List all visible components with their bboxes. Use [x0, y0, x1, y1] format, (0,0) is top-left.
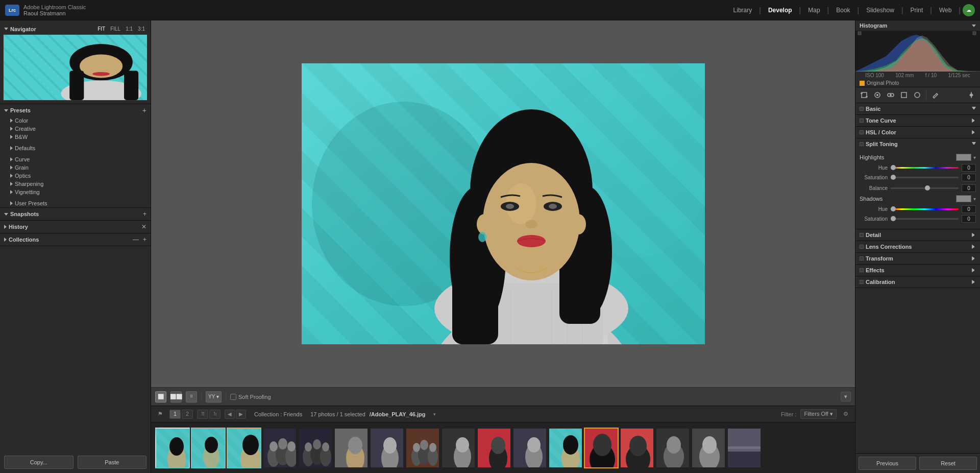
collections-add-button[interactable]: + — [143, 236, 146, 243]
shadows-hue-slider[interactable] — [891, 208, 959, 210]
highlights-hue-thumb[interactable] — [891, 165, 896, 170]
transform-header[interactable]: Transform — [855, 253, 980, 264]
highlights-sat-input[interactable] — [962, 174, 976, 181]
highlights-sat-slider[interactable] — [891, 177, 959, 178]
histogram-header[interactable]: Histogram — [855, 20, 980, 31]
filmstrip-thumb-4[interactable] — [262, 428, 297, 468]
preset-group-color[interactable]: Color — [0, 116, 151, 125]
zoom-3-1-btn[interactable]: 3:1 — [136, 26, 146, 32]
effects-header[interactable]: Effects — [855, 265, 980, 276]
balance-input[interactable] — [962, 184, 976, 192]
shadows-sat-thumb[interactable] — [891, 216, 896, 221]
shadows-dropdown[interactable]: ▾ — [973, 196, 976, 202]
filmstrip-thumb-8[interactable] — [405, 428, 440, 468]
filmstrip-thumb-14[interactable] — [620, 428, 654, 468]
calibration-header[interactable]: Calibration — [855, 276, 980, 288]
preset-group-creative[interactable]: Creative — [0, 125, 151, 133]
preset-group-bw[interactable]: B&W — [0, 133, 151, 141]
toolbar-yy-btn[interactable]: YY ▾ — [206, 391, 222, 403]
split-toning-enable-toggle[interactable] — [860, 142, 864, 146]
survey-view-btn[interactable]: ⠿ — [186, 391, 197, 403]
shadows-hue-input[interactable] — [962, 205, 976, 213]
nav-map[interactable]: Map — [803, 5, 825, 16]
next-photo-btn[interactable]: ▶ — [236, 410, 246, 419]
preset-group-defaults[interactable]: Defaults — [0, 144, 151, 152]
filmstrip-thumb-11[interactable] — [512, 428, 547, 468]
adjustment-brush-tool[interactable] — [929, 89, 941, 101]
preset-group-curve[interactable]: Curve — [0, 155, 151, 163]
paste-button[interactable]: Paste — [78, 456, 147, 469]
filmstrip-thumb-2[interactable] — [191, 428, 226, 468]
filmstrip-thumb-5[interactable] — [298, 428, 333, 468]
preset-group-optics[interactable]: Optics — [0, 172, 151, 180]
prev-photo-btn[interactable]: ◀ — [225, 410, 235, 419]
nav-print[interactable]: Print — [905, 5, 928, 16]
previous-button[interactable]: Previous — [859, 457, 916, 470]
highlights-color-picker[interactable] — [956, 154, 971, 161]
nav-develop[interactable]: Develop — [763, 5, 797, 16]
hsl-header[interactable]: HSL / Color — [855, 127, 980, 138]
highlights-dropdown[interactable]: ▾ — [973, 155, 976, 160]
radial-filter-tool[interactable] — [912, 89, 923, 101]
history-clear-button[interactable]: ✕ — [141, 223, 146, 230]
presets-header[interactable]: Presets + — [0, 104, 151, 116]
balance-slider[interactable] — [891, 187, 959, 189]
snapshots-add-button[interactable]: + — [143, 210, 146, 218]
preset-group-user[interactable]: User Presets — [0, 199, 151, 207]
zoom-fill-btn[interactable]: FILL — [109, 26, 122, 32]
highlights-sat-thumb[interactable] — [891, 175, 896, 180]
preset-group-vignetting[interactable]: Vignetting — [0, 188, 151, 196]
reset-button[interactable]: Reset — [919, 457, 977, 470]
calibration-enable-toggle[interactable] — [860, 280, 864, 284]
filmstrip-thumb-3[interactable] — [227, 428, 261, 468]
snapshots-header[interactable]: Snapshots + — [0, 208, 151, 220]
highlights-hue-input[interactable] — [962, 164, 976, 172]
nav-web[interactable]: Web — [934, 5, 957, 16]
shadows-hue-thumb[interactable] — [891, 206, 896, 211]
filter-dropdown[interactable]: Filters Off ▾ — [800, 409, 837, 419]
filmstrip-thumb-7[interactable] — [370, 428, 404, 468]
grid-size2-btn[interactable]: ⠷ — [209, 410, 220, 419]
detail-enable-toggle[interactable] — [860, 233, 864, 237]
copy-button[interactable]: Copy... — [4, 456, 74, 469]
collections-header[interactable]: Collections — + — [0, 233, 151, 246]
filmstrip-thumb-15[interactable] — [655, 428, 690, 468]
filmstrip-thumb-9[interactable] — [441, 428, 476, 468]
highlights-hue-slider[interactable] — [891, 167, 959, 169]
grid-view-btn[interactable]: 1 — [169, 410, 181, 419]
tone-curve-header[interactable]: Tone Curve — [855, 115, 980, 126]
effects-enable-toggle[interactable] — [860, 268, 864, 272]
shadows-sat-slider[interactable] — [891, 218, 959, 220]
soft-proofing-checkbox[interactable] — [230, 394, 236, 400]
lens-enable-toggle[interactable] — [860, 245, 864, 249]
zoom-1-1-btn[interactable]: 1:1 — [124, 26, 134, 32]
detail-header[interactable]: Detail — [855, 229, 980, 241]
filmstrip-thumb-1[interactable] — [155, 428, 190, 468]
filter-settings-icon[interactable]: ⚙ — [841, 409, 851, 419]
tone-curve-enable-toggle[interactable] — [860, 119, 864, 123]
toolbar-extra-dropdown[interactable]: ▾ — [841, 392, 851, 401]
split-toning-header[interactable]: Split Toning — [855, 138, 980, 150]
hsl-enable-toggle[interactable] — [860, 130, 864, 134]
filmstrip-thumb-10[interactable] — [477, 428, 511, 468]
navigator-header[interactable]: Navigator FIT FILL 1:1 3:1 — [3, 23, 148, 34]
soft-proofing-toggle[interactable]: Soft Proofing — [230, 394, 271, 400]
nav-library[interactable]: Library — [728, 5, 757, 16]
filmstrip-thumb-16[interactable] — [691, 428, 726, 468]
basic-enable-toggle[interactable] — [860, 107, 864, 111]
presets-add-button[interactable]: + — [142, 107, 146, 114]
nav-book[interactable]: Book — [831, 5, 855, 16]
lens-corrections-header[interactable]: Lens Corrections — [855, 241, 980, 252]
flag-icon[interactable]: ⚑ — [155, 409, 165, 419]
spot-removal-tool[interactable] — [872, 89, 883, 101]
grid-size-btn[interactable]: ⠿ — [197, 410, 208, 419]
nav-slideshow[interactable]: Slideshow — [861, 5, 899, 16]
single-view-btn[interactable]: ⬜ — [155, 391, 166, 403]
preset-group-sharpening[interactable]: Sharpening — [0, 180, 151, 188]
crop-tool[interactable] — [859, 89, 870, 101]
path-dropdown-btn[interactable]: ▾ — [429, 409, 439, 419]
loupe-view-btn[interactable]: 2 — [182, 410, 193, 419]
filmstrip-thumb-13-selected[interactable] — [584, 428, 619, 468]
transform-enable-toggle[interactable] — [860, 256, 864, 261]
collections-remove-button[interactable]: — — [133, 236, 139, 243]
